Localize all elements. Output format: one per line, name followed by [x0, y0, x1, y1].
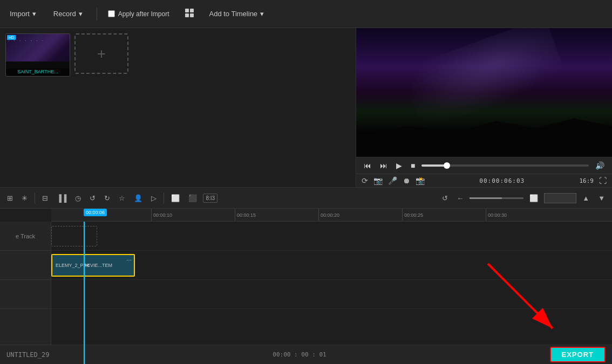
skip-to-start-button[interactable]: ⏮ [362, 160, 373, 171]
media-label: SAINT_BARTHE... [6, 68, 70, 75]
bottom-timecode: 00:00 : 00 : 01 [273, 351, 326, 358]
import-button[interactable]: Import ▾ [6, 8, 39, 20]
crop-tool[interactable]: ⬜ [168, 193, 182, 204]
track-row-1 [51, 222, 612, 251]
mic-icon[interactable]: 🎤 [388, 176, 397, 185]
loop-tool[interactable]: ↺ [87, 193, 98, 204]
zoom-in-icon[interactable]: ⬜ [527, 193, 541, 204]
zoom-stepper-up[interactable]: ▲ [580, 193, 592, 204]
ruler-tick-20: 00:00:20 [318, 209, 339, 221]
svg-rect-2 [185, 13, 189, 17]
svg-rect-0 [185, 9, 189, 12]
track-content: ELEMY_2_PREVIE...TEM ··· ✂ [51, 222, 612, 364]
center-tools-group: 00:00:06:03 [479, 177, 525, 184]
ruler-tick-15: 00:00:15 [235, 209, 256, 221]
ripple-tool[interactable]: ✳ [19, 193, 30, 204]
left-tools-group: ⟳ 📷 🎤 ⏺ 📸 [362, 176, 425, 185]
text-tool[interactable]: ⊟ [39, 193, 51, 204]
timecode-display: 00:00:06:03 [479, 177, 525, 184]
add-to-timeline-button[interactable]: Add to Timeline ▾ [206, 8, 267, 20]
apply-label: Apply after Import [118, 10, 169, 18]
timeline: 00:00:06 00:00:10 00:00:15 00:00:20 00:0… [0, 209, 612, 364]
aspect-ratio-display: 16:9 [579, 177, 594, 184]
grid-view-icon[interactable] [184, 8, 195, 20]
add-timeline-label: Add to Timeline [209, 10, 257, 18]
person-tool[interactable]: 👤 [131, 193, 145, 204]
ruler-tick-30: 00:00:30 [486, 209, 507, 221]
volume-icon[interactable]: 🔊 [593, 160, 607, 171]
track-row-3 [51, 280, 612, 309]
split-tool[interactable]: ⊞ [4, 193, 16, 204]
bottom-bar: UNTITLED_29 00:00 : 00 : 01 EXPORT [0, 345, 612, 364]
clock-tool[interactable]: ◷ [72, 193, 84, 204]
edit-sep-1 [35, 193, 35, 203]
play-button[interactable]: ▶ [394, 160, 404, 171]
fullscreen-button[interactable]: ⛶ [599, 176, 607, 185]
edit-toolbar: ⊞ ✳ ⊟ ▐▐ ◷ ↺ ↻ ☆ 👤 ▷ ⬜ ⬛ 8:I3 ↺ ← ⬜ 00:0… [0, 187, 612, 209]
zoom-time-input[interactable]: 00:05 [544, 193, 576, 203]
toolbar-separator-1 [97, 8, 97, 20]
track-header-3 [0, 280, 51, 309]
top-toolbar: Import ▾ Record ▾ Apply after Import Add… [0, 0, 612, 28]
star-tool[interactable]: ☆ [116, 193, 128, 204]
track-row-2: ELEMY_2_PREVIE...TEM ··· ✂ [51, 251, 612, 280]
seek-thumb [444, 162, 450, 169]
track-label-1: e Track [16, 233, 35, 239]
media-item-saint-barthe[interactable]: HD SAINT_BARTHE... [5, 33, 70, 77]
play-clip-tool[interactable]: ▷ [148, 193, 159, 204]
import-chevron-icon: ▾ [32, 10, 36, 18]
add-icon: + [97, 45, 106, 63]
record-chevron-icon: ▾ [79, 10, 83, 18]
ruler-tick-25: 00:00:25 [402, 209, 423, 221]
track-header-2 [0, 251, 51, 280]
ruler-current-time: 00:00:06 [84, 209, 107, 216]
track-header-1: e Track [0, 222, 51, 251]
ratio-badge: 8:I3 [203, 194, 217, 203]
import-label: Import [10, 10, 30, 18]
content-area: HD SAINT_BARTHE... + ⏮ ⏭ ▶ ■ 🔊 ⟳ 📷 � [0, 28, 612, 187]
clip-menu-icon[interactable]: ··· [126, 256, 132, 264]
zoom-controls: ↺ ← ⬜ 00:05 ▲ ▼ [439, 193, 608, 204]
record-button[interactable]: Record ▾ [50, 8, 86, 20]
zoom-out-icon[interactable]: ← [454, 193, 466, 204]
timeline-tracks: e Track ELEMY_2_PREVIE...TEM ··· [0, 222, 612, 364]
playhead-triangle [81, 222, 87, 223]
bar-graph-tool[interactable]: ▐▐ [54, 193, 69, 204]
media-bin: HD SAINT_BARTHE... + [0, 28, 356, 187]
step-back-button[interactable]: ⏭ [378, 160, 390, 171]
seek-bar[interactable] [421, 164, 589, 167]
add-timeline-chevron-icon: ▾ [260, 10, 264, 18]
camera-icon[interactable]: 📷 [373, 176, 383, 185]
edit-sep-2 [164, 193, 164, 203]
zoom-fill [470, 197, 502, 199]
track-placeholder [51, 226, 97, 246]
media-badge: HD [7, 35, 16, 40]
preview-background [356, 28, 612, 157]
apply-after-import-checkbox[interactable]: Apply after Import [108, 10, 169, 18]
right-tools-group: 16:9 ⛶ [579, 176, 607, 185]
apply-checkbox-input[interactable] [108, 10, 115, 17]
undo-tool[interactable]: ↻ [101, 193, 113, 204]
preview-tools-row: ⟳ 📷 🎤 ⏺ 📸 00:00:06:03 16:9 ⛶ [356, 174, 612, 187]
speed-icon[interactable]: ⟳ [362, 176, 368, 185]
record-label: Record [53, 10, 76, 18]
export-button[interactable]: EXPORT [550, 347, 606, 362]
project-name: UNTITLED_29 [6, 351, 49, 359]
fit-tool[interactable]: ⬛ [186, 193, 200, 204]
preview-controls: ⏮ ⏭ ▶ ■ 🔊 [356, 157, 612, 174]
playhead[interactable] [84, 222, 85, 364]
snapshot-icon[interactable]: 📸 [416, 176, 425, 185]
svg-rect-1 [190, 9, 194, 12]
stop-button[interactable]: ■ [409, 160, 417, 171]
zoom-stepper-down[interactable]: ▼ [595, 193, 608, 204]
timeline-ruler: 00:00:06 00:00:10 00:00:15 00:00:20 00:0… [51, 209, 612, 222]
video-clip[interactable]: ELEMY_2_PREVIE...TEM ··· ✂ [51, 254, 135, 277]
preview-video [356, 28, 612, 157]
add-media-button[interactable]: + [74, 33, 128, 74]
track-headers: e Track [0, 222, 51, 364]
refresh-icon[interactable]: ↺ [439, 193, 451, 204]
svg-rect-3 [190, 13, 194, 17]
record-icon[interactable]: ⏺ [403, 176, 410, 185]
zoom-slider[interactable] [470, 197, 523, 199]
preview-panel: ⏮ ⏭ ▶ ■ 🔊 ⟳ 📷 🎤 ⏺ 📸 00:00:06:03 16:9 [356, 28, 612, 187]
